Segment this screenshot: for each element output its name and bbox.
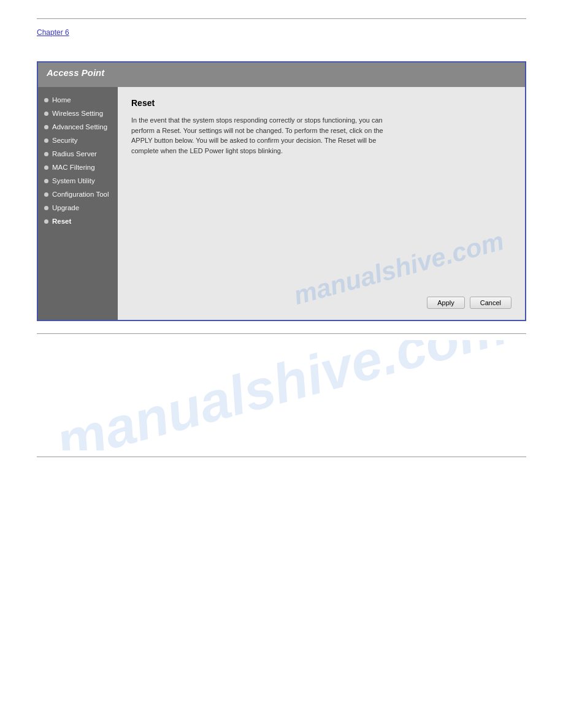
top-section: Chapter 6	[0, 0, 563, 49]
sidebar-item-radius-server[interactable]: Radius Server	[38, 147, 118, 161]
bullet-icon	[44, 192, 48, 197]
sidebar-item-reset[interactable]: Reset	[38, 214, 118, 228]
bullet-icon	[44, 219, 48, 224]
sidebar-item-mac-filtering[interactable]: MAC Filtering	[38, 161, 118, 174]
sidebar-item-home[interactable]: Home	[38, 93, 118, 107]
bottom-rule-2	[37, 457, 526, 457]
sidebar: Home Wireless Setting Advanced Setting S…	[38, 87, 118, 320]
bullet-icon	[44, 165, 48, 170]
sidebar-label-advanced-setting: Advanced Setting	[52, 123, 107, 131]
sidebar-item-advanced-setting[interactable]: Advanced Setting	[38, 120, 118, 134]
sidebar-label-mac-filtering: MAC Filtering	[52, 164, 95, 171]
interface-body: Home Wireless Setting Advanced Setting S…	[38, 87, 525, 320]
interface-title: Access Point	[47, 67, 104, 78]
buttons-area: Apply Cancel	[427, 297, 511, 309]
sidebar-item-upgrade[interactable]: Upgrade	[38, 201, 118, 214]
sidebar-item-system-utility[interactable]: System Utility	[38, 174, 118, 188]
sidebar-label-reset: Reset	[52, 218, 71, 225]
sidebar-label-wireless-setting: Wireless Setting	[52, 110, 103, 117]
watermark-large: manualshive.com	[50, 340, 513, 450]
sidebar-label-configuration-tool: Configuration Tool	[52, 191, 109, 198]
top-rule	[37, 18, 526, 19]
sidebar-label-system-utility: System Utility	[52, 177, 95, 184]
sidebar-label-upgrade: Upgrade	[52, 204, 79, 211]
watermark-section: manualshive.com	[37, 340, 526, 450]
page-wrapper: Chapter 6 Access Point Home Wireless Set…	[0, 0, 563, 728]
sidebar-item-security[interactable]: Security	[38, 134, 118, 147]
sidebar-label-home: Home	[52, 96, 71, 104]
bottom-section: manualshive.com	[0, 333, 563, 457]
sidebar-label-security: Security	[52, 137, 78, 144]
content-title: Reset	[131, 98, 511, 108]
cancel-button[interactable]: Cancel	[470, 297, 511, 309]
sidebar-label-radius-server: Radius Server	[52, 150, 97, 157]
sidebar-item-wireless-setting[interactable]: Wireless Setting	[38, 107, 118, 120]
bullet-icon	[44, 206, 48, 210]
interface-header: Access Point	[38, 63, 525, 87]
bullet-icon	[44, 179, 48, 183]
bullet-icon	[44, 112, 48, 116]
main-content: Reset In the event that the system stops…	[118, 87, 525, 320]
interface-container: Access Point Home Wireless Setting Advan…	[37, 61, 526, 321]
bullet-icon	[44, 98, 48, 102]
chapter-link[interactable]: Chapter 6	[37, 28, 69, 37]
content-description: In the event that the system stops respo…	[131, 115, 395, 156]
bottom-rule-1	[37, 333, 526, 334]
bullet-icon	[44, 125, 48, 129]
bullet-icon	[44, 138, 48, 143]
sidebar-item-configuration-tool[interactable]: Configuration Tool	[38, 188, 118, 201]
bullet-icon	[44, 152, 48, 156]
apply-button[interactable]: Apply	[427, 297, 465, 309]
